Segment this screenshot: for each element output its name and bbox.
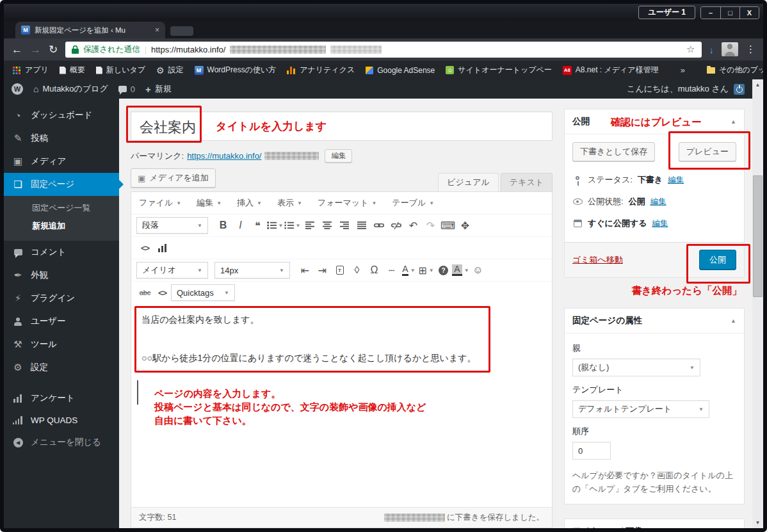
submenu-item-all-pages[interactable]: 固定ページ一覧 (4, 199, 119, 217)
bold-button[interactable]: B (214, 217, 232, 234)
blockquote-button[interactable]: ❝ (249, 217, 266, 234)
account-menu[interactable]: こんにちは、mutakko さん (627, 83, 745, 95)
forward-icon[interactable]: → (30, 44, 41, 55)
italic-button[interactable]: I (232, 217, 249, 234)
background-color-button[interactable]: A▼ (452, 262, 469, 278)
edit-status-link[interactable]: 編集 (668, 175, 684, 186)
keyboard-shortcuts-icon[interactable]: ⌨ (439, 217, 456, 234)
menu-view[interactable]: 表示▼ (277, 197, 302, 209)
parent-select[interactable]: (親なし) ▼ (572, 359, 700, 376)
strikethrough-button[interactable]: abc (136, 284, 154, 301)
align-center-button[interactable] (318, 217, 335, 234)
edit-visibility-link[interactable]: 編集 (650, 197, 666, 207)
new-content-menu[interactable]: + 新規 (145, 83, 172, 95)
bookmark-item[interactable]: A8 A8.net : メディア様管理 (563, 65, 659, 76)
bookmark-item[interactable]: ⚙ 設定 (156, 65, 184, 76)
bookmark-item[interactable]: アナリティクス (287, 65, 355, 76)
permalink-link[interactable]: https://mutakko.info/ (187, 151, 261, 161)
undo-button[interactable]: ↶ (405, 217, 422, 234)
address-bar[interactable]: 保護された通信 | https://mutakko.info/ ☆ (65, 42, 701, 58)
page-title-input[interactable]: 会社案内 (131, 111, 553, 141)
editor-content-area[interactable]: 当店の会社案内を致します。 ○○駅から徒歩1分の位置にありますので迷うことなく起… (131, 303, 552, 507)
sidebar-item-wpquads[interactable]: WP QUADS (4, 410, 119, 431)
help-button[interactable]: ? (435, 262, 452, 278)
template-select[interactable]: デフォルトテンプレート ▼ (572, 400, 709, 418)
minimize-button[interactable]: – (701, 7, 720, 19)
chart-shortcode-icon[interactable] (154, 239, 171, 256)
save-draft-button[interactable]: 下書きとして保存 (572, 142, 655, 161)
emoticon-button[interactable]: ☺ (469, 262, 487, 278)
sidebar-item-users[interactable]: ユーザー (4, 310, 119, 333)
numbered-list-button[interactable]: ▼ (284, 217, 301, 234)
scrollbar-thumb[interactable] (753, 175, 763, 297)
scroll-up-icon[interactable]: ▲ (752, 79, 763, 90)
paragraph-select[interactable]: 段落▼ (136, 217, 208, 234)
align-right-button[interactable] (335, 217, 353, 234)
tab-text[interactable]: テキスト (501, 173, 553, 191)
bookmarks-overflow-icon[interactable]: » (681, 65, 685, 75)
menu-insert[interactable]: 挿入▼ (237, 197, 262, 209)
download-icon[interactable]: ↓ (709, 44, 715, 55)
profile-avatar[interactable] (722, 42, 738, 56)
code-view-icon[interactable]: <> (136, 239, 154, 256)
sidebar-item-comments[interactable]: コメント (4, 241, 119, 264)
bookmark-item[interactable]: 新しいタブ (96, 65, 145, 76)
font-family-select[interactable]: メイリオ▼ (136, 262, 208, 278)
font-size-select[interactable]: 14px▼ (214, 262, 290, 278)
site-name-menu[interactable]: ⌂ Mutakkoのブログ (33, 83, 108, 95)
indent-more-icon[interactable]: ⇥ (314, 262, 331, 278)
fullscreen-icon[interactable]: ✥ (456, 217, 474, 234)
order-input[interactable]: 0 (572, 442, 611, 460)
sidebar-item-posts[interactable]: ✎ 投稿 (4, 127, 119, 150)
panel-toggle-icon[interactable]: ▲ (731, 318, 736, 324)
menu-table[interactable]: テーブル▼ (392, 197, 434, 209)
add-media-button[interactable]: ▣ メディアを追加 (131, 168, 216, 188)
indent-less-icon[interactable]: ⇤ (296, 262, 314, 278)
sidebar-item-dashboard[interactable]: ◔ ダッシュボード (4, 104, 119, 127)
tab-visual[interactable]: ビジュアル (438, 173, 499, 191)
bookmark-item[interactable]: Google AdSense (366, 66, 435, 75)
wp-logo-menu[interactable]: W (12, 83, 23, 95)
sidebar-item-tools[interactable]: ⚒ ツール (4, 333, 119, 356)
link-icon[interactable] (370, 217, 387, 234)
special-char-button[interactable]: Ω (366, 262, 383, 278)
unlink-icon[interactable] (387, 217, 405, 234)
reload-icon[interactable]: ↻ (49, 44, 58, 55)
comments-menu[interactable]: 0 (118, 85, 135, 94)
sidebar-item-plugins[interactable]: ⚡ プラグイン (4, 287, 119, 310)
code-quicktag-icon[interactable]: <> (154, 284, 171, 301)
chrome-profile-button[interactable]: ユーザー 1 (638, 6, 695, 19)
sidebar-item-appearance[interactable]: ✒ 外観 (4, 264, 119, 287)
justify-button[interactable] (353, 217, 370, 234)
menu-format[interactable]: フォーマット▼ (318, 197, 376, 209)
sidebar-item-collapse-menu[interactable]: ◀ メニューを閉じる (4, 431, 119, 454)
maximize-button[interactable]: □ (720, 7, 739, 19)
menu-file[interactable]: ファイル▼ (139, 197, 181, 209)
scroll-down-icon[interactable]: ▼ (752, 517, 763, 528)
bullet-list-button[interactable]: ▼ (266, 217, 284, 234)
other-bookmarks-button[interactable]: その他のブックマーク (707, 65, 767, 76)
align-left-button[interactable] (301, 217, 318, 234)
quicktags-select[interactable]: Quicktags▼ (171, 284, 235, 301)
sidebar-item-survey[interactable]: アンケート (4, 387, 119, 410)
close-button[interactable]: X (739, 7, 759, 19)
sidebar-item-pages[interactable]: ❏ 固定ページ (4, 173, 119, 196)
back-icon[interactable]: ← (12, 44, 22, 55)
bookmark-apps[interactable]: アプリ (12, 65, 49, 76)
publish-button[interactable]: 公開 (699, 250, 736, 270)
move-to-trash-link[interactable]: ゴミ箱へ移動 (572, 254, 623, 266)
edit-schedule-link[interactable]: 編集 (652, 218, 668, 229)
clear-formatting-icon[interactable]: ◊ (348, 262, 366, 278)
preview-button[interactable]: プレビュー (679, 142, 736, 161)
menu-edit[interactable]: 編集▼ (197, 197, 222, 209)
sidebar-item-settings[interactable]: ⚙ 設定 (4, 356, 119, 379)
bookmark-item[interactable]: 概要 (60, 65, 85, 76)
secure-label[interactable]: 保護された通信 (83, 44, 140, 55)
browser-scrollbar[interactable]: ▲ ▼ (752, 79, 763, 528)
text-color-button[interactable]: A▼ (400, 262, 417, 278)
redo-button[interactable]: ↷ (422, 217, 439, 234)
bookmark-star-icon[interactable]: ☆ (686, 44, 695, 55)
page-break-icon[interactable]: ┄ (383, 262, 400, 278)
submenu-item-add-new[interactable]: 新規追加 (4, 217, 119, 235)
paste-as-text-icon[interactable]: T (331, 262, 348, 278)
